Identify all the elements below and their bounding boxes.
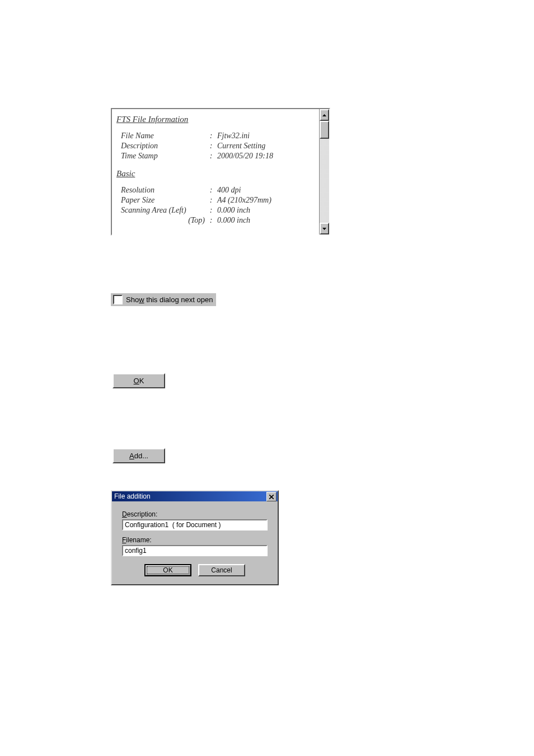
table-row: Scanning Area (Left) : 0.000 inch — [116, 205, 274, 215]
row-value: A4 (210x297mm) — [217, 195, 274, 205]
row-value: 0.000 inch — [217, 215, 274, 226]
checkbox-label: Show this dialog next open — [126, 295, 213, 304]
row-value: 400 dpi — [217, 185, 274, 195]
chevron-up-icon — [322, 114, 326, 116]
table-row: Description : Current Setting — [116, 141, 275, 151]
ok-button[interactable]: OK — [113, 373, 165, 388]
file-addition-dialog: File addition Description: Filename: OK … — [111, 490, 279, 585]
section-title-basic: Basic — [116, 169, 315, 179]
row-label: Time Stamp — [116, 151, 207, 161]
fts-info-panel: FTS File Information File Name : Fjtw32.… — [111, 108, 330, 236]
scroll-track[interactable] — [320, 139, 329, 223]
row-label: Resolution — [116, 185, 207, 195]
chevron-down-icon — [322, 228, 326, 230]
fts-rows: File Name : Fjtw32.ini Description : Cur… — [116, 131, 275, 161]
row-label: Description — [116, 141, 207, 151]
section-title-fts: FTS File Information — [116, 115, 315, 124]
row-label: Paper Size — [116, 195, 207, 205]
checkbox-unchecked-icon[interactable] — [113, 295, 123, 304]
row-value: 0.000 inch — [217, 205, 274, 215]
show-dialog-checkbox-row[interactable]: Show this dialog next open — [111, 293, 216, 306]
scroll-down-button[interactable] — [320, 223, 329, 234]
table-row: (Top) : 0.000 inch — [116, 215, 274, 226]
fts-info-content: FTS File Information File Name : Fjtw32.… — [112, 109, 319, 234]
add-button[interactable]: Add... — [113, 448, 165, 463]
row-value: Fjtw32.ini — [217, 131, 275, 141]
basic-rows: Resolution : 400 dpi Paper Size : A4 (21… — [116, 185, 274, 226]
dialog-ok-button[interactable]: OK — [144, 564, 191, 576]
scroll-thumb[interactable] — [320, 121, 329, 139]
row-label: Scanning Area (Left) — [116, 205, 207, 215]
close-icon — [269, 495, 274, 499]
table-row: Paper Size : A4 (210x297mm) — [116, 195, 274, 205]
table-row: File Name : Fjtw32.ini — [116, 131, 275, 141]
row-value: 2000/05/20 19:18 — [217, 151, 275, 161]
table-row: Time Stamp : 2000/05/20 19:18 — [116, 151, 275, 161]
filename-input[interactable] — [122, 545, 268, 556]
table-row: Resolution : 400 dpi — [116, 185, 274, 195]
description-input[interactable] — [122, 519, 268, 530]
description-label: Description: — [122, 510, 268, 518]
row-label: (Top) — [116, 215, 207, 226]
scroll-up-button[interactable] — [320, 109, 329, 121]
dialog-title: File addition — [112, 492, 266, 500]
dialog-body: Description: Filename: OK Cancel — [112, 501, 278, 584]
svg-marker-0 — [322, 114, 326, 116]
dialog-cancel-button[interactable]: Cancel — [198, 564, 245, 576]
row-label: File Name — [116, 131, 207, 141]
vertical-scrollbar[interactable] — [319, 109, 329, 234]
row-value: Current Setting — [217, 141, 275, 151]
close-button[interactable] — [266, 492, 277, 501]
svg-marker-1 — [322, 228, 326, 230]
filename-label: Filename: — [122, 536, 268, 544]
dialog-button-row: OK Cancel — [122, 564, 268, 576]
dialog-titlebar[interactable]: File addition — [112, 491, 278, 501]
